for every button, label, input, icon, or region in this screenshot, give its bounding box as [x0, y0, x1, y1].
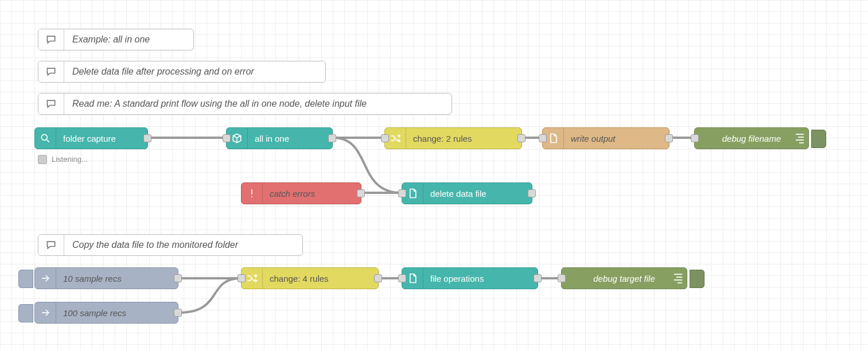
svg-point-0 — [41, 134, 47, 140]
input-port[interactable] — [381, 134, 389, 142]
node-label: change: 2 rules — [406, 134, 479, 143]
output-port[interactable] — [665, 134, 673, 142]
comment-icon — [38, 94, 64, 114]
input-port[interactable] — [558, 274, 566, 282]
alert-icon — [242, 183, 263, 204]
debug-toggle-button[interactable] — [811, 130, 826, 148]
comment-node[interactable]: Read me: A standard print flow using the… — [38, 93, 452, 115]
comment-node[interactable]: Example: all in one — [38, 29, 194, 50]
node-label: 10 sample recs — [56, 274, 129, 283]
flow-canvas[interactable]: { "comments": { "c1": "Example: all in o… — [0, 0, 868, 350]
input-port[interactable] — [398, 274, 406, 282]
input-port[interactable] — [238, 274, 246, 282]
node-file-operations[interactable]: file operations — [402, 267, 538, 289]
node-label: debug target file — [562, 274, 687, 283]
comment-icon — [38, 61, 64, 82]
output-port[interactable] — [174, 274, 182, 282]
output-port[interactable] — [534, 274, 542, 282]
node-write-output[interactable]: write output — [542, 127, 670, 149]
comment-icon — [38, 235, 64, 255]
comment-node[interactable]: Copy the data file to the monitored fold… — [38, 234, 303, 256]
comment-text: Read me: A standard print flow using the… — [64, 94, 375, 114]
inject-button[interactable] — [18, 270, 33, 288]
comment-icon — [38, 29, 64, 50]
output-port[interactable] — [143, 134, 151, 142]
node-label: catch errors — [263, 189, 322, 199]
output-port[interactable] — [174, 309, 182, 317]
input-port[interactable] — [539, 134, 547, 142]
debug-bars-icon — [672, 268, 682, 289]
node-all-in-one[interactable]: all in one — [226, 127, 333, 149]
node-label: folder capture — [56, 134, 123, 143]
comment-text: Delete data file after processing and on… — [64, 61, 262, 82]
comment-node[interactable]: Delete data file after processing and on… — [38, 61, 326, 83]
node-debug-filename[interactable]: debug filename — [694, 127, 809, 149]
debug-bars-icon — [793, 128, 804, 149]
node-label: all in one — [248, 134, 296, 143]
arrow-right-icon — [35, 268, 56, 289]
node-catch-errors[interactable]: catch errors — [241, 182, 361, 204]
input-port[interactable] — [691, 134, 699, 142]
arrow-right-icon — [35, 302, 56, 323]
node-label: 100 sample recs — [56, 308, 133, 318]
node-change-4-rules[interactable]: change: 4 rules — [241, 267, 379, 289]
node-delete-data-file[interactable]: delete data file — [402, 182, 532, 204]
status-dot — [38, 155, 47, 164]
output-port[interactable] — [357, 189, 365, 197]
node-change-2-rules[interactable]: change: 2 rules — [384, 127, 522, 149]
output-port[interactable] — [528, 189, 536, 197]
input-port[interactable] — [398, 189, 406, 197]
node-label: delete data file — [423, 189, 493, 199]
comment-text: Example: all in one — [64, 29, 158, 50]
node-debug-target[interactable]: debug target file — [561, 267, 687, 289]
node-inject-10[interactable]: 10 sample recs — [34, 267, 178, 289]
comment-text: Copy the data file to the monitored fold… — [64, 235, 246, 255]
node-label: file operations — [423, 274, 491, 283]
node-label: write output — [564, 134, 622, 143]
status-text: Listening... — [52, 155, 88, 164]
node-label: debug filename — [695, 134, 808, 143]
node-label: change: 4 rules — [263, 274, 336, 283]
output-port[interactable] — [374, 274, 382, 282]
node-folder-capture[interactable]: folder capture — [34, 127, 148, 149]
debug-toggle-button[interactable] — [690, 270, 704, 288]
output-port[interactable] — [517, 134, 526, 142]
search-icon — [35, 128, 56, 149]
output-port[interactable] — [328, 134, 336, 142]
wires-layer — [0, 0, 868, 350]
input-port[interactable] — [223, 134, 231, 142]
node-inject-100[interactable]: 100 sample recs — [34, 302, 178, 324]
inject-button[interactable] — [18, 304, 33, 322]
